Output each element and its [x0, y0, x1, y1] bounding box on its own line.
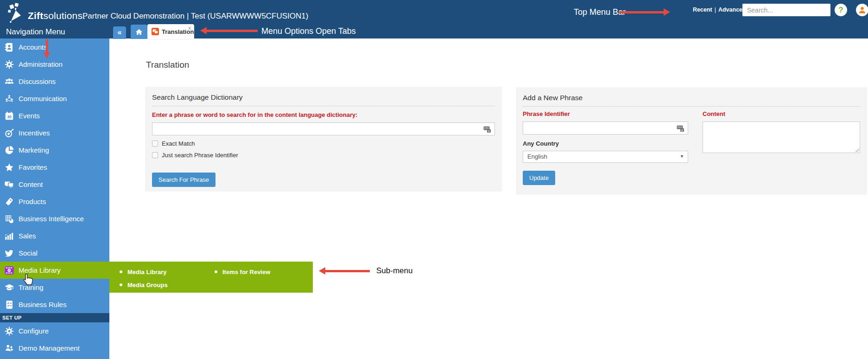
tag-icon — [4, 196, 15, 207]
question-mark-icon: ? — [838, 6, 843, 15]
bullet-icon — [120, 283, 122, 286]
search-for-phrase-button[interactable]: Search For Phrase — [152, 173, 215, 187]
phrase-search-field: 6 — [152, 122, 495, 135]
language-select[interactable]: English ▼ — [523, 151, 688, 163]
page-title: Translation — [146, 60, 189, 70]
sidebar-item-label: Discussions — [19, 77, 56, 85]
sidebar-item-events[interactable]: 30Events — [0, 107, 109, 124]
sidebar-item-demo-management[interactable]: Demo Management — [0, 340, 109, 357]
sidebar-item-label: Communication — [19, 95, 67, 103]
checkbox-label: Just search Phrase Identifier — [162, 152, 238, 159]
sidebar-item-products[interactable]: Products — [0, 193, 109, 210]
help-button[interactable]: ? — [835, 4, 847, 16]
sidebar-item-business-rules[interactable]: Business Rules — [0, 296, 109, 313]
phrase-identifier-input[interactable] — [523, 122, 688, 134]
checkbox-exact-match[interactable] — [152, 141, 158, 147]
user-icon — [858, 6, 867, 14]
sidebar-item-label: Configure — [19, 327, 49, 335]
navigation-menu: AccountsAdministrationDiscussionsCommuni… — [0, 38, 109, 359]
sidebar-item-administration[interactable]: Administration — [0, 56, 109, 73]
global-search — [742, 4, 830, 16]
chevron-down-icon: ▼ — [680, 154, 684, 159]
search-input[interactable] — [742, 6, 835, 14]
sidebar-item-sales[interactable]: Sales — [0, 227, 109, 244]
brand-logo-text[interactable]: Ziftsolutions. — [28, 10, 85, 21]
people-icon — [4, 76, 15, 87]
annotation-sub-menu: Sub-menu — [376, 266, 412, 276]
recent-link[interactable]: Recent — [693, 6, 712, 13]
keyboard-ime-icon[interactable]: 6 — [483, 125, 491, 133]
tab-translation[interactable]: Translation x — [147, 24, 194, 39]
sidebar-item-configure[interactable]: Configure — [0, 322, 109, 340]
sidebar-item-favorites[interactable]: Favorites — [0, 159, 109, 176]
sidebar-item-communication[interactable]: Communication — [0, 90, 109, 107]
translation-tab-icon — [152, 28, 159, 35]
sidebar-item-marketing[interactable]: Marketing — [0, 141, 109, 159]
sidebar-item-social[interactable]: Social — [0, 244, 109, 262]
sidebar-item-content[interactable]: Content — [0, 176, 109, 193]
submenu-item-media-groups[interactable]: Media Groups — [120, 278, 215, 291]
tab-home[interactable] — [131, 25, 147, 39]
bullet-icon — [120, 270, 122, 273]
calendar-icon: 30 — [4, 110, 15, 122]
sidebar-item-accounts[interactable]: Accounts — [0, 38, 109, 56]
home-icon — [135, 28, 143, 36]
content-textarea[interactable] — [703, 122, 860, 153]
link-separator: | — [715, 6, 716, 13]
submenu-item-media-library[interactable]: Media Library — [120, 265, 215, 278]
bird-icon — [4, 248, 15, 259]
address-book-icon — [4, 42, 15, 53]
any-country-label: Any Country — [523, 140, 688, 147]
add-new-phrase-panel: Add a New Phrase Phrase Identifier 6 Any… — [516, 87, 867, 195]
sidebar-item-media-library[interactable]: Media Library — [0, 262, 109, 279]
resize-handle-icon[interactable] — [855, 148, 859, 152]
sidebar-item-label: Administration — [19, 60, 63, 68]
submenu-item-items-for-review[interactable]: Items for Review — [215, 265, 310, 278]
annotation-arrow-submenu — [325, 270, 370, 272]
star-icon — [4, 162, 15, 173]
monitors-icon — [4, 179, 15, 190]
top-menu-bar: Ziftsolutions. Partner Cloud Demonstrati… — [0, 0, 868, 38]
bullet-icon — [215, 270, 217, 273]
update-button[interactable]: Update — [523, 171, 555, 185]
sidebar-item-label: Social — [19, 249, 38, 257]
graduation-cap-icon — [4, 282, 15, 293]
language-selected-value: English — [523, 151, 688, 162]
content-field — [703, 122, 860, 153]
annotation-menu-options: Menu Options Open Tabs — [261, 26, 356, 36]
sidebar-item-label: Events — [19, 112, 40, 120]
advanced-link[interactable]: Advanced — [718, 6, 746, 13]
phrase-identifier-label: Phrase Identifier — [523, 110, 688, 117]
sidebar-item-business-intelligence[interactable]: Business Intelligence — [0, 210, 109, 227]
panel-title: Search Language Dictionary — [152, 93, 495, 102]
sidebar-collapse-button[interactable]: « — [113, 26, 126, 39]
target-icon — [4, 128, 15, 139]
panel-title: Add a New Phrase — [523, 94, 860, 102]
sidebar-item-label: Products — [19, 198, 46, 205]
sidebar-section-set-up: SET UP — [0, 313, 109, 322]
phrase-search-input[interactable] — [152, 123, 494, 135]
sidebar-item-discussions[interactable]: Discussions — [0, 73, 109, 90]
sidebar-item-label: Marketing — [19, 146, 49, 154]
checkbox-row-just-search-phrase-identifier: Just search Phrase Identifier — [152, 152, 495, 159]
user-avatar-button[interactable] — [856, 4, 868, 16]
sidebar-item-training[interactable]: Training — [0, 279, 109, 296]
annotation-arrow-top-menu — [619, 11, 664, 13]
people-group-icon — [4, 343, 15, 354]
sidebar-item-incentives[interactable]: Incentives — [0, 124, 109, 141]
quick-links: Recent|Advanced — [693, 6, 746, 13]
tab-close-icon[interactable]: x — [189, 25, 191, 31]
film-icon — [4, 265, 15, 276]
annotation-top-menu-bar: Top Menu Bar — [574, 7, 626, 17]
keyboard-ime-icon[interactable]: 6 — [677, 124, 684, 132]
checkbox-just-search-phrase-identifier[interactable] — [152, 152, 158, 158]
phrase-identifier-field: 6 — [523, 122, 688, 135]
sidebar-item-label: Business Intelligence — [19, 215, 84, 223]
media-library-submenu: Media LibraryMedia GroupsItems for Revie… — [109, 262, 313, 293]
pie-chart-icon — [4, 145, 15, 156]
zift-logo-icon — [6, 2, 26, 23]
sidebar-item-label: Business Rules — [19, 301, 66, 308]
sidebar-item-label: Sales — [19, 232, 36, 240]
annotation-arrow-menu-options — [207, 30, 258, 32]
submenu-item-label: Items for Review — [222, 269, 270, 276]
